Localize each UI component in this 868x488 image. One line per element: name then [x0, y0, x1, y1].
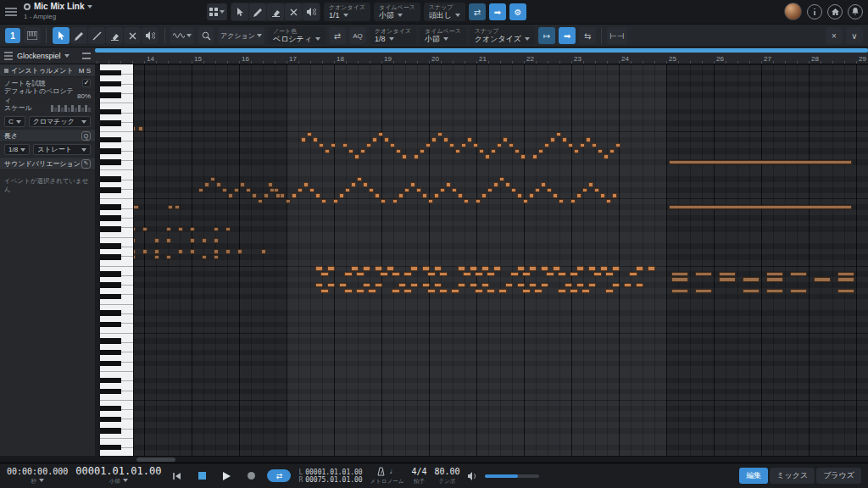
zoom-tool-button[interactable] — [198, 27, 214, 44]
midi-note[interactable] — [134, 205, 139, 209]
midi-note[interactable] — [234, 188, 239, 192]
midi-note[interactable] — [458, 193, 463, 197]
black-key[interactable] — [100, 378, 121, 384]
midi-note[interactable] — [309, 188, 314, 192]
black-key[interactable] — [100, 120, 121, 126]
midi-note[interactable] — [422, 193, 427, 197]
position-display[interactable]: 00001.01.01.00 小節 — [75, 467, 161, 485]
midi-note[interactable] — [142, 249, 147, 253]
black-key[interactable] — [100, 294, 121, 300]
listen-tool-button[interactable] — [303, 3, 320, 20]
midi-note[interactable] — [493, 182, 498, 186]
midi-note[interactable] — [154, 255, 159, 259]
midi-note[interactable] — [449, 143, 454, 147]
scale-keyboard-widget[interactable] — [51, 105, 91, 112]
loop-button[interactable]: ⇄ — [267, 469, 291, 482]
list-view-icon[interactable] — [82, 53, 91, 59]
midi-note[interactable] — [198, 188, 203, 192]
midi-note[interactable] — [372, 137, 377, 141]
close-editor-button[interactable]: × — [826, 27, 843, 44]
midi-note[interactable] — [669, 205, 852, 209]
midi-note[interactable] — [629, 272, 637, 276]
midi-note[interactable] — [431, 137, 437, 141]
midi-note[interactable] — [550, 137, 555, 141]
midi-note[interactable] — [315, 266, 324, 270]
black-key[interactable] — [100, 254, 121, 260]
quantize-dropdown[interactable]: クオンタイズ 1/1 — [324, 3, 370, 21]
audio-quantize-button[interactable]: AQ — [349, 27, 366, 44]
midi-note[interactable] — [517, 283, 526, 287]
bracket-range-button[interactable]: ⊢⊣ — [607, 27, 626, 44]
midi-note[interactable] — [503, 137, 508, 141]
midi-note[interactable] — [485, 154, 490, 158]
velocity-value[interactable]: 80% — [77, 92, 91, 100]
midi-note[interactable] — [439, 272, 448, 276]
midi-note[interactable] — [510, 272, 519, 276]
midi-note[interactable] — [497, 143, 502, 147]
midi-note[interactable] — [463, 272, 471, 276]
midi-note[interactable] — [598, 149, 603, 153]
midi-note[interactable] — [214, 238, 219, 242]
midi-note[interactable] — [351, 266, 359, 270]
midi-note[interactable] — [515, 149, 520, 153]
midi-note[interactable] — [556, 132, 561, 136]
midi-note[interactable] — [264, 193, 269, 197]
midi-note[interactable] — [166, 255, 171, 259]
midi-note[interactable] — [387, 266, 395, 270]
midi-note[interactable] — [588, 283, 597, 287]
midi-note[interactable] — [434, 266, 442, 270]
midi-note[interactable] — [470, 266, 478, 270]
midi-note[interactable] — [588, 182, 593, 186]
midi-note[interactable] — [422, 283, 431, 287]
midi-note[interactable] — [396, 149, 401, 153]
midi-note[interactable] — [390, 143, 395, 147]
midi-note[interactable] — [581, 289, 590, 293]
midi-note[interactable] — [671, 272, 688, 276]
midi-note[interactable] — [467, 137, 472, 141]
stop-button[interactable] — [193, 469, 210, 483]
length-section-header[interactable]: 長さ Q — [0, 130, 95, 142]
midi-note[interactable] — [547, 188, 552, 192]
midi-note[interactable] — [505, 283, 514, 287]
midi-note[interactable] — [252, 193, 257, 197]
midi-note[interactable] — [473, 143, 478, 147]
autoscroll-button[interactable]: ➡ — [559, 27, 576, 44]
midi-note[interactable] — [427, 272, 436, 276]
black-key[interactable] — [100, 389, 121, 395]
midi-note[interactable] — [520, 154, 526, 158]
midi-note[interactable] — [570, 199, 576, 203]
black-key[interactable] — [100, 215, 121, 221]
midi-note[interactable] — [202, 238, 207, 242]
midi-note[interactable] — [452, 188, 457, 192]
view-split-button[interactable] — [207, 3, 227, 20]
midi-note[interactable] — [790, 289, 807, 293]
midi-note[interactable] — [523, 199, 528, 203]
midi-note[interactable] — [202, 255, 207, 259]
black-key[interactable] — [100, 243, 121, 249]
mix-view-button[interactable]: ミックス — [770, 468, 815, 484]
midi-note[interactable] — [446, 182, 451, 186]
midi-note[interactable] — [612, 283, 620, 287]
midi-note[interactable] — [582, 188, 587, 192]
midi-note[interactable] — [339, 193, 344, 197]
midi-note[interactable] — [154, 249, 159, 253]
midi-note[interactable] — [356, 289, 364, 293]
black-key[interactable] — [100, 338, 121, 344]
record-button[interactable] — [242, 469, 259, 483]
midi-note[interactable] — [766, 277, 783, 281]
midi-note[interactable] — [344, 272, 353, 276]
midi-note[interactable] — [225, 249, 231, 253]
audition-checkbox[interactable]: ✓ — [82, 79, 91, 87]
midi-note[interactable] — [307, 132, 312, 136]
midi-note[interactable] — [410, 283, 419, 287]
midi-note[interactable] — [403, 289, 412, 293]
midi-note[interactable] — [481, 283, 490, 287]
track-number-badge[interactable]: 1 — [5, 28, 20, 43]
midi-note[interactable] — [695, 289, 712, 293]
midi-note[interactable] — [190, 249, 195, 253]
midi-note[interactable] — [541, 266, 549, 270]
quantize-link-badge[interactable]: Q — [81, 131, 91, 141]
mute-tool-button[interactable] — [124, 27, 141, 44]
length-mode-dropdown[interactable]: ストレート — [33, 144, 91, 155]
midi-note[interactable] — [522, 272, 531, 276]
